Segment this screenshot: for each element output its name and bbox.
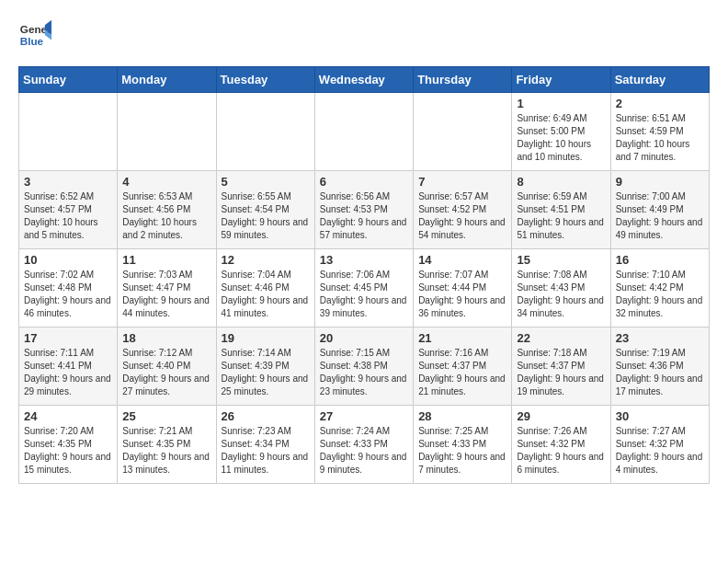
calendar-cell: 10Sunrise: 7:02 AM Sunset: 4:48 PM Dayli… (19, 249, 118, 327)
day-info: Sunrise: 7:15 AM Sunset: 4:38 PM Dayligh… (320, 347, 408, 398)
day-info: Sunrise: 7:26 AM Sunset: 4:32 PM Dayligh… (517, 425, 605, 477)
day-number: 19 (222, 331, 310, 345)
day-number: 7 (418, 175, 506, 189)
calendar-cell: 19Sunrise: 7:14 AM Sunset: 4:39 PM Dayli… (216, 327, 314, 406)
day-number: 11 (122, 253, 210, 267)
day-info: Sunrise: 6:59 AM Sunset: 4:51 PM Dayligh… (517, 190, 605, 242)
day-info: Sunrise: 7:16 AM Sunset: 4:37 PM Dayligh… (418, 347, 506, 398)
calendar-cell: 11Sunrise: 7:03 AM Sunset: 4:47 PM Dayli… (118, 249, 216, 327)
day-number: 21 (418, 331, 506, 345)
header-friday: Friday (512, 67, 610, 93)
day-number: 27 (320, 409, 408, 423)
calendar-cell (216, 93, 314, 171)
calendar-header-row: SundayMondayTuesdayWednesdayThursdayFrid… (19, 67, 710, 93)
week-row-4: 24Sunrise: 7:20 AM Sunset: 4:35 PM Dayli… (19, 406, 710, 484)
page-header: General Blue (18, 18, 710, 52)
calendar-cell (414, 93, 512, 171)
day-info: Sunrise: 7:00 AM Sunset: 4:49 PM Dayligh… (616, 190, 704, 242)
day-number: 8 (517, 175, 605, 189)
day-number: 12 (222, 253, 310, 267)
day-number: 6 (320, 175, 408, 189)
day-info: Sunrise: 7:06 AM Sunset: 4:45 PM Dayligh… (320, 269, 408, 320)
day-number: 24 (24, 409, 112, 423)
day-number: 29 (517, 409, 605, 423)
day-number: 20 (320, 331, 408, 345)
calendar-cell: 8Sunrise: 6:59 AM Sunset: 4:51 PM Daylig… (512, 171, 610, 249)
day-number: 10 (24, 253, 112, 267)
calendar-cell: 13Sunrise: 7:06 AM Sunset: 4:45 PM Dayli… (314, 249, 413, 327)
calendar-cell: 27Sunrise: 7:24 AM Sunset: 4:33 PM Dayli… (314, 406, 413, 484)
header-wednesday: Wednesday (314, 67, 413, 93)
day-info: Sunrise: 7:08 AM Sunset: 4:43 PM Dayligh… (517, 269, 605, 320)
day-number: 18 (122, 331, 210, 345)
calendar-cell: 21Sunrise: 7:16 AM Sunset: 4:37 PM Dayli… (414, 327, 512, 406)
header-monday: Monday (118, 67, 216, 93)
day-info: Sunrise: 7:20 AM Sunset: 4:35 PM Dayligh… (24, 425, 112, 477)
header-tuesday: Tuesday (216, 67, 314, 93)
day-number: 1 (517, 97, 605, 110)
day-number: 17 (24, 331, 112, 345)
calendar-cell: 29Sunrise: 7:26 AM Sunset: 4:32 PM Dayli… (512, 406, 610, 484)
calendar-cell: 23Sunrise: 7:19 AM Sunset: 4:36 PM Dayli… (610, 327, 709, 406)
week-row-1: 3Sunrise: 6:52 AM Sunset: 4:57 PM Daylig… (19, 171, 710, 249)
day-info: Sunrise: 7:04 AM Sunset: 4:46 PM Dayligh… (222, 269, 310, 320)
calendar-cell: 4Sunrise: 6:53 AM Sunset: 4:56 PM Daylig… (118, 171, 216, 249)
calendar-cell (19, 93, 118, 171)
day-number: 9 (616, 175, 704, 189)
day-info: Sunrise: 7:03 AM Sunset: 4:47 PM Dayligh… (122, 269, 210, 320)
calendar-cell: 20Sunrise: 7:15 AM Sunset: 4:38 PM Dayli… (314, 327, 413, 406)
calendar-cell: 15Sunrise: 7:08 AM Sunset: 4:43 PM Dayli… (512, 249, 610, 327)
calendar-cell: 22Sunrise: 7:18 AM Sunset: 4:37 PM Dayli… (512, 327, 610, 406)
day-info: Sunrise: 7:23 AM Sunset: 4:34 PM Dayligh… (222, 425, 310, 477)
day-number: 25 (122, 409, 210, 423)
calendar-cell: 2Sunrise: 6:51 AM Sunset: 4:59 PM Daylig… (610, 93, 709, 171)
calendar-cell: 18Sunrise: 7:12 AM Sunset: 4:40 PM Dayli… (118, 327, 216, 406)
day-number: 13 (320, 253, 408, 267)
day-info: Sunrise: 6:55 AM Sunset: 4:54 PM Dayligh… (222, 190, 310, 242)
calendar-cell: 16Sunrise: 7:10 AM Sunset: 4:42 PM Dayli… (610, 249, 709, 327)
calendar-cell: 14Sunrise: 7:07 AM Sunset: 4:44 PM Dayli… (414, 249, 512, 327)
header-sunday: Sunday (19, 67, 118, 93)
day-number: 14 (418, 253, 506, 267)
day-info: Sunrise: 6:53 AM Sunset: 4:56 PM Dayligh… (122, 190, 210, 242)
calendar-cell: 17Sunrise: 7:11 AM Sunset: 4:41 PM Dayli… (19, 327, 118, 406)
calendar-cell: 9Sunrise: 7:00 AM Sunset: 4:49 PM Daylig… (610, 171, 709, 249)
day-number: 4 (122, 175, 210, 189)
day-info: Sunrise: 7:19 AM Sunset: 4:36 PM Dayligh… (616, 347, 704, 398)
day-number: 15 (517, 253, 605, 267)
day-info: Sunrise: 7:07 AM Sunset: 4:44 PM Dayligh… (418, 269, 506, 320)
day-info: Sunrise: 7:21 AM Sunset: 4:35 PM Dayligh… (122, 425, 210, 477)
day-info: Sunrise: 7:10 AM Sunset: 4:42 PM Dayligh… (616, 269, 704, 320)
day-number: 28 (418, 409, 506, 423)
header-thursday: Thursday (414, 67, 512, 93)
day-info: Sunrise: 6:52 AM Sunset: 4:57 PM Dayligh… (24, 190, 112, 242)
week-row-2: 10Sunrise: 7:02 AM Sunset: 4:48 PM Dayli… (19, 249, 710, 327)
day-info: Sunrise: 7:02 AM Sunset: 4:48 PM Dayligh… (24, 269, 112, 320)
day-info: Sunrise: 6:51 AM Sunset: 4:59 PM Dayligh… (616, 112, 704, 164)
header-saturday: Saturday (610, 67, 709, 93)
calendar-cell: 5Sunrise: 6:55 AM Sunset: 4:54 PM Daylig… (216, 171, 314, 249)
calendar-cell: 3Sunrise: 6:52 AM Sunset: 4:57 PM Daylig… (19, 171, 118, 249)
day-info: Sunrise: 7:27 AM Sunset: 4:32 PM Dayligh… (616, 425, 704, 477)
day-number: 16 (616, 253, 704, 267)
calendar-cell: 24Sunrise: 7:20 AM Sunset: 4:35 PM Dayli… (19, 406, 118, 484)
day-info: Sunrise: 6:57 AM Sunset: 4:52 PM Dayligh… (418, 190, 506, 242)
day-info: Sunrise: 7:11 AM Sunset: 4:41 PM Dayligh… (24, 347, 112, 398)
day-number: 5 (222, 175, 310, 189)
day-number: 23 (616, 331, 704, 345)
day-number: 22 (517, 331, 605, 345)
day-info: Sunrise: 7:25 AM Sunset: 4:33 PM Dayligh… (418, 425, 506, 477)
calendar-cell: 6Sunrise: 6:56 AM Sunset: 4:53 PM Daylig… (314, 171, 413, 249)
calendar-cell: 12Sunrise: 7:04 AM Sunset: 4:46 PM Dayli… (216, 249, 314, 327)
day-info: Sunrise: 6:49 AM Sunset: 5:00 PM Dayligh… (517, 112, 605, 164)
calendar-cell (314, 93, 413, 171)
day-number: 2 (616, 97, 704, 110)
day-info: Sunrise: 7:18 AM Sunset: 4:37 PM Dayligh… (517, 347, 605, 398)
week-row-3: 17Sunrise: 7:11 AM Sunset: 4:41 PM Dayli… (19, 327, 710, 406)
day-info: Sunrise: 7:24 AM Sunset: 4:33 PM Dayligh… (320, 425, 408, 477)
calendar-cell: 26Sunrise: 7:23 AM Sunset: 4:34 PM Dayli… (216, 406, 314, 484)
logo: General Blue (18, 18, 51, 52)
logo-icon: General Blue (18, 18, 51, 52)
day-number: 30 (616, 409, 704, 423)
day-number: 26 (222, 409, 310, 423)
